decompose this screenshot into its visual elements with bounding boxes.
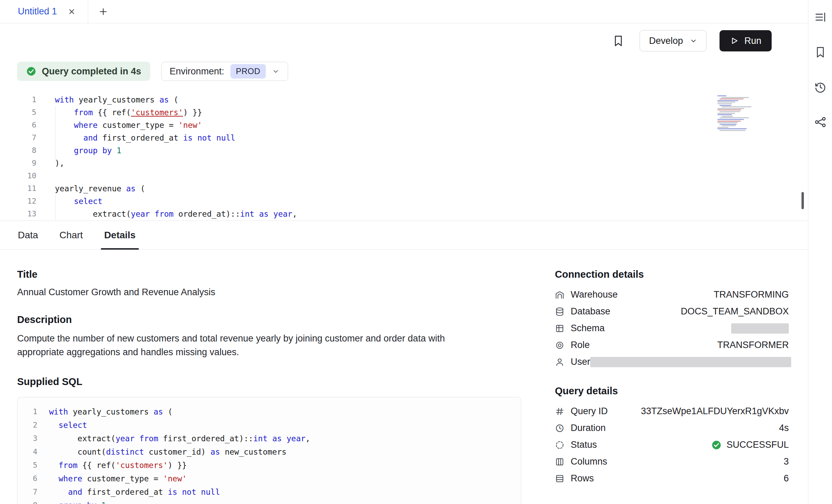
bookmark-icon: [612, 34, 625, 47]
line-number: 6: [17, 474, 37, 483]
detail-label: Warehouse: [555, 289, 618, 300]
check-circle-icon: [711, 440, 722, 450]
connection-details-heading: Connection details: [555, 269, 789, 280]
query-detail-row: Rows6: [555, 470, 789, 487]
details-left-column: Title Annual Customer Growth and Revenue…: [17, 250, 521, 504]
code-line: 5 from {{ ref('customers') }}: [17, 458, 521, 472]
supplied-sql-code: 1with yearly_customers as (2 select3 ext…: [17, 405, 521, 504]
line-number: 4: [17, 447, 37, 456]
code-line: 8 group by 1: [17, 499, 521, 504]
new-tab-button[interactable]: [93, 0, 114, 23]
detail-label: Rows: [555, 473, 594, 484]
code-line: 5 from {{ ref('customers') }}: [0, 106, 808, 119]
history-icon: [814, 81, 827, 94]
line-number: 11: [0, 184, 36, 193]
code-text: where customer_type = 'new': [37, 474, 187, 483]
code-line: 7 and first_ordered_at is not null: [17, 485, 521, 499]
indent-guide: [55, 106, 56, 163]
code-text: select: [37, 421, 87, 430]
detail-label: Query ID: [555, 406, 608, 417]
line-number: 3: [17, 434, 37, 443]
detail-label: Database: [555, 306, 610, 317]
query-list-icon: [814, 11, 827, 24]
query-detail-row: Query ID33TZseWpe1ALFDUYerxR1gVKxbv: [555, 403, 789, 420]
line-number: 1: [0, 95, 36, 104]
connection-rows: WarehouseTRANSFORMINGDatabaseDOCS_TEAM_S…: [555, 286, 789, 370]
code-line: 4 count(distinct customer_id) as new_cus…: [17, 445, 521, 458]
detail-value: 4s: [779, 423, 789, 433]
masked-value: [590, 357, 791, 367]
run-label: Run: [744, 36, 761, 46]
code-line: 8 group by 1: [0, 144, 808, 157]
indent-guide: [55, 195, 56, 220]
query-list-button[interactable]: [812, 9, 829, 25]
tab-chart[interactable]: Chart: [59, 221, 83, 249]
code-text: from {{ ref('customers') }}: [36, 108, 202, 117]
line-number: 12: [0, 197, 36, 205]
line-number: 5: [0, 108, 36, 117]
code-text: group by 1: [36, 146, 121, 155]
description-value: Compute the number of new customers and …: [17, 332, 490, 359]
detail-value: [590, 357, 791, 367]
minimap[interactable]: [717, 95, 757, 133]
code-text: extract(year from ordered_at)::int as ye…: [36, 209, 297, 218]
bookmark-icon: [814, 46, 827, 59]
detail-value: 3: [784, 456, 789, 467]
supplied-sql-heading: Supplied SQL: [17, 376, 521, 387]
code-text: and first_ordered_at is not null: [37, 488, 220, 496]
line-number: 9: [0, 159, 36, 167]
tab-details[interactable]: Details: [104, 221, 136, 249]
develop-dropdown-button[interactable]: Develop: [640, 30, 706, 51]
sql-editor[interactable]: 1with yearly_customers as (5 from {{ ref…: [0, 91, 808, 221]
line-number: 8: [0, 146, 36, 155]
code-text: group by 1: [37, 501, 106, 504]
line-number: 1: [17, 407, 37, 416]
editor-tab-untitled[interactable]: Untitled 1: [0, 0, 88, 23]
details-panel: Title Annual Customer Growth and Revenue…: [0, 250, 808, 504]
line-number: 7: [0, 133, 36, 142]
editor-tab-bar: Untitled 1: [0, 0, 808, 23]
query-status-text: Query completed in 4s: [42, 66, 141, 77]
database-icon: [555, 307, 564, 316]
detail-value: TRANSFORMING: [714, 289, 789, 300]
description-heading: Description: [17, 314, 521, 325]
detail-label: Schema: [555, 323, 605, 334]
detail-value: 6: [784, 473, 789, 484]
detail-label: Role: [555, 340, 590, 350]
detail-value: TRANSFORMER: [717, 340, 789, 350]
bookmark-button[interactable]: [812, 44, 829, 60]
editor-scrollbar[interactable]: [801, 192, 804, 209]
plus-icon: [98, 7, 108, 16]
run-button[interactable]: Run: [720, 30, 772, 51]
bookmark-button[interactable]: [610, 33, 627, 49]
detail-value: SUCCESSFUL: [711, 440, 789, 450]
lineage-button[interactable]: [812, 114, 829, 130]
title-heading: Title: [17, 269, 521, 280]
history-button[interactable]: [812, 79, 829, 95]
hash-icon: [555, 407, 564, 416]
develop-label: Develop: [649, 36, 683, 46]
connection-row: RoleTRANSFORMER: [555, 337, 789, 353]
supplied-sql-block: 1with yearly_customers as (2 select3 ext…: [17, 397, 521, 504]
play-icon: [730, 36, 739, 45]
connection-row: Schema: [555, 320, 789, 337]
code-text: ),: [36, 159, 64, 168]
code-text: with yearly_customers as (: [37, 407, 173, 416]
tab-data[interactable]: Data: [17, 221, 39, 249]
environment-selector[interactable]: Environment: PROD: [161, 62, 288, 81]
status-icon: [555, 440, 564, 450]
duration-icon: [555, 423, 564, 433]
result-tabs: DataChartDetails: [0, 221, 808, 250]
detail-value: 33TZseWpe1ALFDUYerxR1gVKxbv: [641, 406, 789, 417]
status-row: Query completed in 4s Environment: PROD: [0, 58, 808, 91]
chevron-down-icon: [690, 37, 697, 45]
line-number: 5: [17, 461, 37, 469]
close-tab-button[interactable]: [67, 7, 77, 17]
title-value: Annual Customer Growth and Revenue Analy…: [17, 287, 521, 298]
environment-label: Environment:: [170, 66, 224, 77]
query-details-heading: Query details: [555, 385, 789, 397]
code-line: 10: [0, 169, 808, 182]
code-text: yearly_revenue as (: [36, 184, 145, 193]
code-line: 13 extract(year from ordered_at)::int as…: [0, 207, 808, 220]
check-circle-icon: [26, 66, 36, 76]
